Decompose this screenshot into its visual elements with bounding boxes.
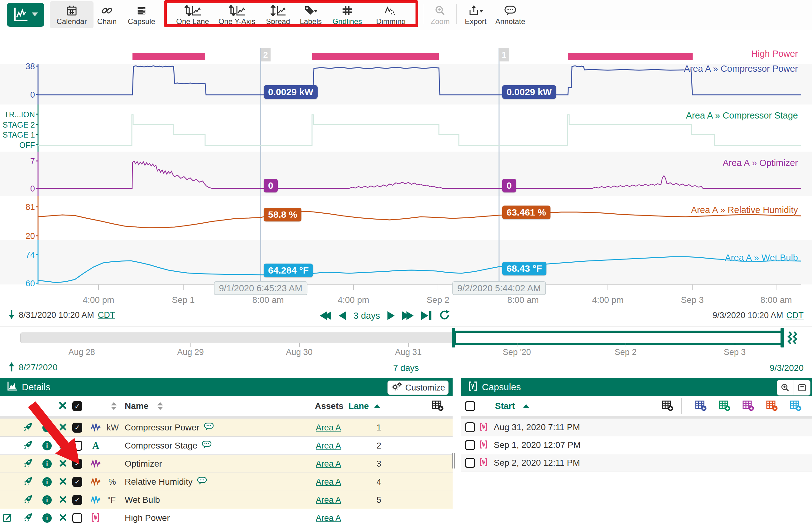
duration-button[interactable]: 3 days (353, 311, 380, 321)
rocket-icon[interactable] (23, 513, 33, 524)
add-column-icon[interactable] (662, 400, 673, 413)
add-column-icon[interactable] (432, 400, 444, 413)
stage-axis-stage2[interactable]: STAGE 2 (0, 120, 35, 129)
add-stat-column-stage-icon[interactable] (719, 400, 730, 413)
cursor-1-badge[interactable]: 1 (499, 48, 509, 61)
series-checkbox[interactable] (72, 495, 82, 505)
refresh-icon[interactable] (439, 310, 450, 322)
details-row-high-power[interactable]: High Power Area A (0, 509, 453, 527)
arrow-down-icon[interactable] (8, 309, 15, 321)
lane-label-wet-bulb[interactable]: Area A » Wet Bulb (725, 253, 798, 263)
range-handle-right[interactable] (781, 328, 784, 347)
collapse-panel-icon[interactable] (794, 380, 810, 395)
asset-link[interactable]: Area A (316, 477, 341, 487)
display-end-date[interactable]: 9/3/2020 10:20 AM (713, 311, 783, 320)
humidity-axis-min[interactable]: 20 (0, 231, 35, 241)
asset-link[interactable]: Area A (316, 495, 341, 505)
remove-all-icon[interactable] (59, 401, 67, 411)
capsule-row[interactable]: Aug 31, 2020 7:11 PM (461, 418, 812, 437)
info-icon[interactable] (42, 513, 52, 523)
cursor-2-badge[interactable]: 2 (261, 48, 271, 61)
sort-icon[interactable] (111, 402, 117, 410)
capsule-checkbox[interactable] (465, 458, 475, 468)
series-checkbox[interactable] (72, 423, 82, 433)
remove-icon[interactable] (59, 514, 67, 523)
asset-link[interactable]: Area A (316, 441, 341, 451)
sort-icon[interactable] (157, 402, 163, 410)
capsule-row[interactable]: Sep 1, 2020 12:07 PM (461, 437, 812, 454)
sort-ascending-icon[interactable] (374, 404, 380, 408)
asset-link[interactable]: Area A (316, 423, 341, 432)
remove-icon[interactable] (59, 477, 67, 486)
condition-label-high-power[interactable]: High Power (751, 49, 798, 59)
info-icon[interactable] (42, 441, 52, 451)
power-axis-max[interactable]: 38 (0, 62, 35, 71)
step-forward-much-button[interactable] (402, 311, 414, 320)
wetbulb-axis-max[interactable]: 74 (0, 250, 35, 259)
select-all-checkbox[interactable] (72, 401, 82, 411)
humidity-axis-max[interactable]: 81 (0, 202, 35, 212)
edit-condition-icon[interactable] (2, 513, 13, 524)
column-name[interactable]: Name (125, 401, 148, 411)
rocket-icon[interactable] (23, 422, 33, 433)
customize-button[interactable]: Customize (388, 381, 449, 395)
capsule-checkbox[interactable] (465, 440, 475, 450)
add-stat-column-wetbulb-icon[interactable] (789, 400, 801, 413)
info-icon[interactable] (42, 459, 52, 469)
stage-axis-off[interactable]: OFF (0, 140, 35, 150)
capsule-squiggle-icon[interactable] (787, 331, 799, 346)
info-icon[interactable] (42, 477, 52, 487)
zoom-to-capsule-icon[interactable] (777, 380, 794, 395)
step-forward-button[interactable] (388, 311, 395, 320)
rocket-icon[interactable] (23, 458, 33, 469)
capsule-checkbox[interactable] (465, 422, 475, 432)
capsule-row[interactable]: Sep 2, 2020 12:11 PM (461, 454, 812, 472)
wetbulb-axis-min[interactable]: 60 (0, 279, 35, 288)
investigate-range-selection[interactable] (453, 331, 783, 345)
lane-label-compressor-power[interactable]: Area A » Compressor Power (684, 63, 798, 74)
add-stat-column-power-icon[interactable] (695, 400, 707, 413)
panel-splitter[interactable] (451, 453, 456, 469)
series-checkbox[interactable] (72, 513, 82, 523)
details-row-compressor-power[interactable]: kW Compressor Power Area A 1 (0, 418, 453, 437)
investigate-end-date[interactable]: 9/3/2020 (770, 363, 803, 373)
rocket-icon[interactable] (23, 476, 33, 487)
select-all-capsules-checkbox[interactable] (465, 401, 475, 411)
column-lane[interactable]: Lane (348, 401, 369, 411)
remove-icon[interactable] (59, 423, 67, 432)
remove-icon[interactable] (59, 441, 67, 450)
comment-bubble-icon[interactable] (197, 476, 207, 487)
info-icon[interactable] (42, 423, 52, 432)
remove-icon[interactable] (59, 496, 67, 504)
range-handle-left[interactable] (452, 328, 455, 347)
display-start-date[interactable]: 8/31/2020 10:20 AM (19, 310, 94, 320)
details-row-relative-humidity[interactable]: % Relative Humidity Area A 4 (0, 473, 453, 491)
timezone-link[interactable]: CDT (98, 310, 115, 320)
investigate-duration[interactable]: 7 days (0, 363, 812, 373)
lane-label-compressor-stage[interactable]: Area A » Compressor Stage (686, 111, 798, 120)
add-stat-column-optimizer-icon[interactable] (742, 400, 754, 413)
series-checkbox[interactable] (72, 477, 82, 487)
details-row-wet-bulb[interactable]: °F Wet Bulb Area A 5 (0, 491, 453, 509)
power-axis-min[interactable]: 0 (0, 90, 35, 100)
details-row-optimizer[interactable]: Optimizer Area A 3 (0, 455, 453, 473)
comment-bubble-icon[interactable] (204, 422, 214, 433)
remove-icon[interactable] (59, 459, 67, 468)
asset-link[interactable]: Area A (316, 513, 341, 523)
add-stat-column-humidity-icon[interactable] (766, 400, 778, 413)
asset-link[interactable]: Area A (316, 459, 341, 469)
stage-axis-transition[interactable]: TR...ION (0, 110, 35, 119)
step-back-button[interactable] (339, 311, 346, 320)
info-icon[interactable] (42, 495, 52, 505)
timezone-link[interactable]: CDT (786, 311, 804, 320)
sort-ascending-icon[interactable] (523, 404, 529, 408)
series-checkbox[interactable] (72, 459, 82, 469)
column-assets[interactable]: Assets (315, 401, 344, 411)
optimizer-axis-max[interactable]: 7 (0, 157, 35, 166)
series-checkbox[interactable] (72, 441, 82, 451)
lane-label-relative-humidity[interactable]: Area A » Relative Humidity (691, 205, 798, 215)
step-back-much-button[interactable] (320, 311, 331, 320)
details-row-compressor-stage[interactable]: A Compressor Stage Area A 2 (0, 437, 453, 455)
step-to-end-button[interactable] (421, 311, 431, 320)
lane-label-optimizer[interactable]: Area A » Optimizer (723, 158, 798, 168)
